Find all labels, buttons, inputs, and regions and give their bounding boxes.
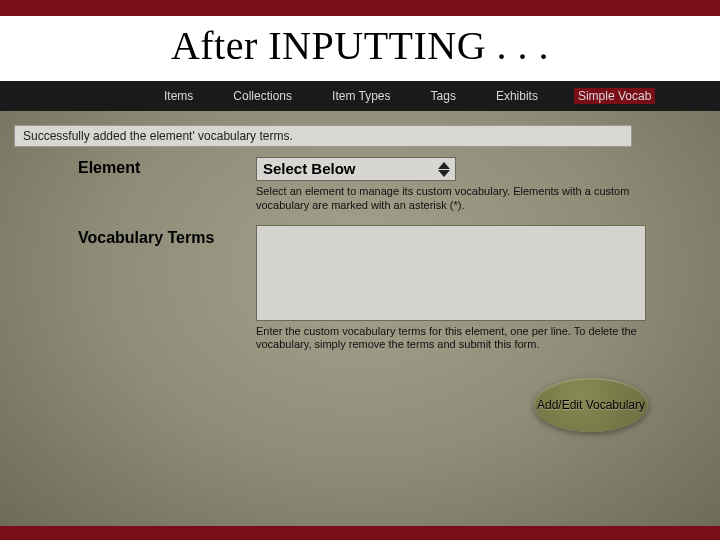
add-edit-vocabulary-button[interactable]: Add/Edit Vocabulary: [534, 378, 648, 432]
nav-simple-vocab[interactable]: Simple Vocab: [574, 88, 655, 104]
vocab-textarea[interactable]: [256, 225, 646, 321]
vocab-form: Element Select Below Select an element t…: [0, 147, 720, 432]
vocab-label: Vocabulary Terms: [78, 227, 256, 247]
nav-items[interactable]: Items: [164, 89, 193, 103]
select-arrows-icon: [434, 159, 454, 179]
title-band: After INPUTTING . . .: [0, 16, 720, 81]
element-label: Element: [78, 157, 256, 177]
element-help-text: Select an element to manage its custom v…: [256, 185, 646, 213]
element-select[interactable]: Select Below: [256, 157, 456, 181]
nav-item-types[interactable]: Item Types: [332, 89, 390, 103]
top-accent-bar: [0, 0, 720, 16]
page-title: After INPUTTING . . .: [0, 22, 720, 69]
nav-bar: Items Collections Item Types Tags Exhibi…: [0, 81, 720, 111]
flash-message: Successfully added the element' vocabula…: [14, 125, 632, 147]
vocab-help-text: Enter the custom vocabulary terms for th…: [256, 325, 646, 353]
nav-collections[interactable]: Collections: [233, 89, 292, 103]
nav-tags[interactable]: Tags: [431, 89, 456, 103]
nav-exhibits[interactable]: Exhibits: [496, 89, 538, 103]
element-select-value: Select Below: [256, 157, 456, 181]
bottom-accent-bar: [0, 526, 720, 540]
